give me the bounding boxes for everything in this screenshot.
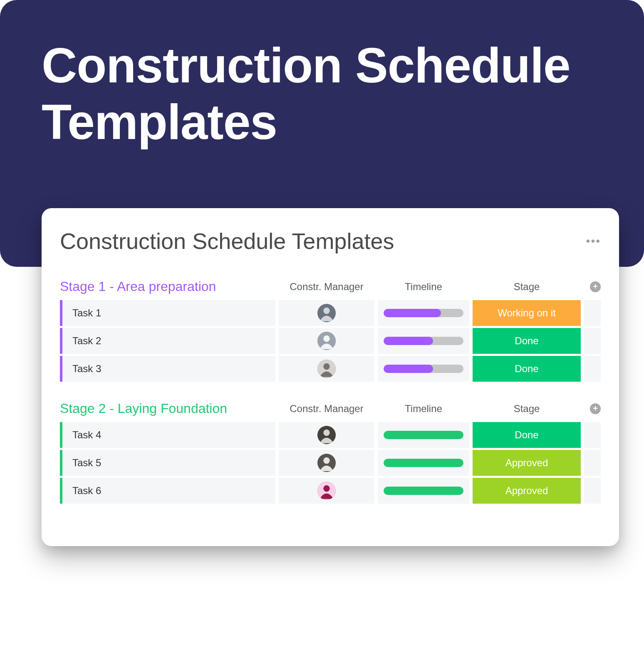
avatar bbox=[317, 332, 336, 350]
manager-cell[interactable] bbox=[279, 422, 374, 448]
avatar bbox=[317, 426, 336, 444]
table-row: Task 2 Done bbox=[60, 328, 601, 354]
tail-cell bbox=[584, 450, 601, 476]
group-title[interactable]: Stage 1 - Area preparation bbox=[60, 279, 275, 294]
stage-label: Working on it bbox=[498, 307, 556, 319]
table-row: Task 4 Done bbox=[60, 422, 601, 448]
add-column-icon[interactable]: + bbox=[590, 281, 601, 292]
hero-title: Construction Schedule Templates bbox=[42, 37, 602, 150]
timeline-fill bbox=[384, 365, 433, 373]
card-title: Construction Schedule Templates bbox=[60, 228, 394, 254]
manager-cell[interactable] bbox=[279, 300, 374, 326]
column-header-timeline[interactable]: Timeline bbox=[378, 281, 469, 293]
tail-cell bbox=[584, 422, 601, 448]
stage-cell[interactable]: Done bbox=[473, 356, 581, 382]
manager-cell[interactable] bbox=[279, 450, 374, 476]
task-cell[interactable]: Task 5 bbox=[60, 450, 275, 476]
avatar bbox=[317, 360, 336, 378]
task-cell[interactable]: Task 4 bbox=[60, 422, 275, 448]
timeline-cell[interactable] bbox=[378, 300, 469, 326]
group-header: Stage 1 - Area preparation Constr. Manag… bbox=[60, 279, 601, 294]
manager-cell[interactable] bbox=[279, 328, 374, 354]
stage-cell[interactable]: Done bbox=[473, 328, 581, 354]
stage-label: Approved bbox=[505, 485, 548, 497]
stage-cell[interactable]: Done bbox=[473, 422, 581, 448]
svg-point-1 bbox=[323, 308, 329, 314]
timeline-cell[interactable] bbox=[378, 422, 469, 448]
table-row: Task 6 Approved bbox=[60, 478, 601, 504]
add-column-icon[interactable]: + bbox=[590, 403, 601, 414]
timeline-cell[interactable] bbox=[378, 478, 469, 504]
manager-cell[interactable] bbox=[279, 478, 374, 504]
card-header: Construction Schedule Templates ••• bbox=[60, 228, 601, 254]
table-row: Task 1 Working on it bbox=[60, 300, 601, 326]
timeline-fill bbox=[384, 309, 441, 317]
svg-point-7 bbox=[323, 430, 329, 436]
timeline-track bbox=[384, 431, 463, 439]
board-card: Construction Schedule Templates ••• Stag… bbox=[42, 208, 619, 546]
group-header: Stage 2 - Laying Foundation Constr. Mana… bbox=[60, 401, 601, 416]
avatar bbox=[317, 482, 336, 500]
timeline-fill bbox=[384, 459, 463, 467]
svg-point-9 bbox=[323, 457, 329, 464]
column-header-manager[interactable]: Constr. Manager bbox=[279, 281, 374, 293]
timeline-fill bbox=[384, 337, 433, 345]
column-header-timeline[interactable]: Timeline bbox=[378, 403, 469, 415]
svg-point-3 bbox=[323, 335, 329, 342]
task-name: Task 1 bbox=[72, 307, 101, 319]
timeline-track bbox=[384, 337, 463, 345]
table-row: Task 3 Done bbox=[60, 356, 601, 382]
column-header-manager[interactable]: Constr. Manager bbox=[279, 403, 374, 415]
group-stage-2: Stage 2 - Laying Foundation Constr. Mana… bbox=[60, 401, 601, 504]
task-name: Task 5 bbox=[72, 457, 101, 469]
timeline-fill bbox=[384, 487, 463, 495]
timeline-track bbox=[384, 365, 463, 373]
column-header-stage[interactable]: Stage bbox=[473, 403, 581, 415]
tail-cell bbox=[584, 478, 601, 504]
timeline-cell[interactable] bbox=[378, 450, 469, 476]
task-name: Task 2 bbox=[72, 335, 101, 347]
task-name: Task 6 bbox=[72, 485, 101, 497]
task-name: Task 4 bbox=[72, 429, 101, 441]
stage-cell[interactable]: Working on it bbox=[473, 300, 581, 326]
task-name: Task 3 bbox=[72, 363, 101, 375]
avatar bbox=[317, 304, 336, 322]
task-cell[interactable]: Task 6 bbox=[60, 478, 275, 504]
svg-point-11 bbox=[323, 485, 329, 492]
task-cell[interactable]: Task 1 bbox=[60, 300, 275, 326]
stage-cell[interactable]: Approved bbox=[473, 450, 581, 476]
timeline-fill bbox=[384, 431, 463, 439]
svg-point-5 bbox=[323, 363, 329, 370]
task-cell[interactable]: Task 3 bbox=[60, 356, 275, 382]
tail-cell bbox=[584, 328, 601, 354]
group-title[interactable]: Stage 2 - Laying Foundation bbox=[60, 401, 275, 416]
timeline-track bbox=[384, 459, 463, 467]
timeline-track bbox=[384, 487, 463, 495]
timeline-cell[interactable] bbox=[378, 328, 469, 354]
more-icon[interactable]: ••• bbox=[586, 234, 601, 248]
stage-label: Approved bbox=[505, 457, 548, 469]
stage-cell[interactable]: Approved bbox=[473, 478, 581, 504]
column-header-stage[interactable]: Stage bbox=[473, 281, 581, 293]
timeline-cell[interactable] bbox=[378, 356, 469, 382]
stage-label: Done bbox=[515, 429, 538, 441]
avatar bbox=[317, 454, 336, 472]
task-cell[interactable]: Task 2 bbox=[60, 328, 275, 354]
stage-label: Done bbox=[515, 363, 538, 375]
timeline-track bbox=[384, 309, 463, 317]
group-stage-1: Stage 1 - Area preparation Constr. Manag… bbox=[60, 279, 601, 382]
table-row: Task 5 Approved bbox=[60, 450, 601, 476]
manager-cell[interactable] bbox=[279, 356, 374, 382]
stage-label: Done bbox=[515, 335, 538, 347]
tail-cell bbox=[584, 356, 601, 382]
tail-cell bbox=[584, 300, 601, 326]
